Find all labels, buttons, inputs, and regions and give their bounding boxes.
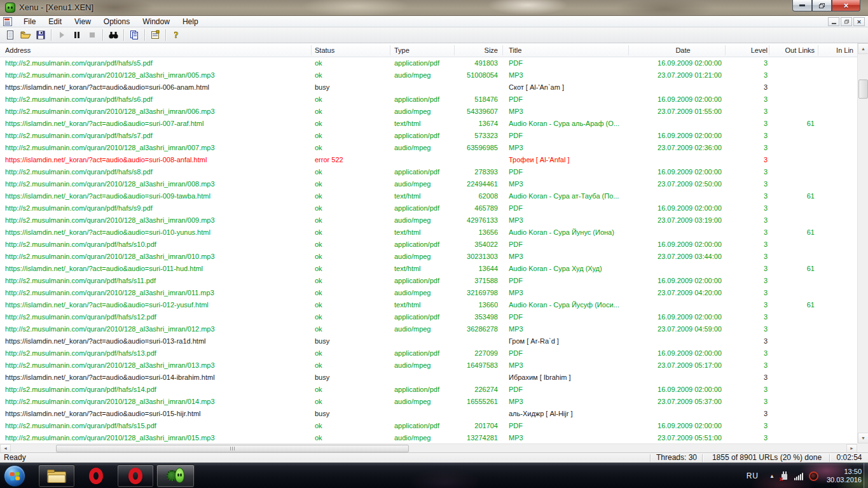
scroll-up-button[interactable]: ▲ bbox=[858, 43, 868, 54]
table-row[interactable]: http://s2.musulmanin.com/quran/2010/128_… bbox=[0, 396, 857, 408]
minimize-icon bbox=[799, 4, 805, 6]
table-row[interactable]: http://s2.musulmanin.com/quran/2010/128_… bbox=[0, 142, 857, 154]
network-disconnected-icon[interactable]: × bbox=[780, 471, 789, 481]
language-indicator[interactable]: RU bbox=[747, 471, 764, 480]
menu-item-edit[interactable]: Edit bbox=[42, 16, 68, 27]
properties-button[interactable] bbox=[148, 28, 163, 42]
minimize-button[interactable] bbox=[792, 0, 812, 11]
table-row[interactable]: http://s2.musulmanin.com/quran/2010/128_… bbox=[0, 323, 857, 335]
cell-size: 22494461 bbox=[444, 178, 498, 190]
table-row[interactable]: http://s2.musulmanin.com/quran/2010/128_… bbox=[0, 287, 857, 299]
taskbar-opera-button[interactable] bbox=[78, 464, 114, 487]
cell-type: application/pdf bbox=[394, 202, 446, 214]
column-header-out-links[interactable]: Out Links bbox=[771, 43, 815, 57]
restore-button[interactable] bbox=[812, 0, 832, 11]
start-button[interactable] bbox=[4, 465, 25, 487]
table-row[interactable]: https://islamdin.net/_koran/?act=audio&a… bbox=[0, 299, 857, 311]
column-divider[interactable] bbox=[311, 45, 312, 55]
table-row[interactable]: http://s2.musulmanin.com/quran/pdf/hafs/… bbox=[0, 239, 857, 251]
table-row[interactable]: http://s2.musulmanin.com/quran/2010/128_… bbox=[0, 69, 857, 81]
table-row[interactable]: https://islamdin.net/_koran/?act=audio&a… bbox=[0, 335, 857, 347]
column-header-type[interactable]: Type bbox=[394, 43, 448, 57]
table-row[interactable]: http://s2.musulmanin.com/quran/pdf/hafs/… bbox=[0, 275, 857, 287]
column-divider[interactable] bbox=[769, 45, 769, 55]
scroll-left-button[interactable]: ◄ bbox=[0, 444, 11, 453]
menu-item-file[interactable]: File bbox=[17, 16, 42, 27]
scroll-down-button[interactable]: ▼ bbox=[858, 433, 868, 443]
column-header-status[interactable]: Status bbox=[315, 43, 385, 57]
table-row[interactable]: http://s2.musulmanin.com/quran/pdf/hafs/… bbox=[0, 166, 857, 178]
table-row[interactable]: https://islamdin.net/_koran/?act=audio&a… bbox=[0, 227, 857, 239]
menu-item-help[interactable]: Help bbox=[176, 16, 205, 27]
cell-level: 3 bbox=[728, 130, 768, 142]
copy-button[interactable] bbox=[127, 28, 142, 42]
column-header-address[interactable]: Address bbox=[5, 43, 304, 57]
stop-button[interactable] bbox=[85, 28, 100, 42]
signal-bars-icon[interactable] bbox=[794, 472, 803, 480]
volume-icon[interactable] bbox=[809, 471, 818, 481]
vertical-scroll-thumb[interactable] bbox=[858, 80, 868, 99]
table-row[interactable]: https://islamdin.net/_koran/?act=audio&a… bbox=[0, 81, 857, 94]
cell-in bbox=[819, 251, 853, 263]
table-row[interactable]: http://s2.musulmanin.com/quran/2010/128_… bbox=[0, 359, 857, 372]
table-row[interactable]: http://s2.musulmanin.com/quran/pdf/hafs/… bbox=[0, 130, 857, 142]
table-row[interactable]: http://s2.musulmanin.com/quran/pdf/hafs/… bbox=[0, 202, 857, 214]
column-divider[interactable] bbox=[628, 45, 629, 55]
taskbar-opera-button-2[interactable] bbox=[117, 464, 154, 487]
table-row[interactable]: http://s2.musulmanin.com/quran/2010/128_… bbox=[0, 178, 857, 190]
menu-item-view[interactable]: View bbox=[68, 16, 97, 27]
column-divider[interactable] bbox=[454, 45, 455, 55]
taskbar: RU ▲ × 13:50 30.03.2016 bbox=[0, 463, 868, 488]
show-desktop-button[interactable] bbox=[864, 463, 868, 488]
clock[interactable]: 13:50 30.03.2016 bbox=[824, 468, 862, 484]
document-icon[interactable] bbox=[3, 17, 12, 26]
table-row[interactable]: http://s2.musulmanin.com/quran/pdf/hafs/… bbox=[0, 384, 857, 396]
scroll-right-button[interactable]: ► bbox=[846, 444, 857, 453]
column-header-size[interactable]: Size bbox=[444, 43, 498, 57]
column-divider[interactable] bbox=[502, 45, 503, 55]
column-divider[interactable] bbox=[390, 45, 390, 55]
table-row[interactable]: https://islamdin.net/_koran/?act=audio&a… bbox=[0, 263, 857, 275]
hidden-icons-caret[interactable]: ▲ bbox=[769, 473, 775, 479]
help-button[interactable]: ? bbox=[169, 28, 184, 42]
close-button[interactable]: × bbox=[832, 0, 860, 11]
table-row[interactable]: https://islamdin.net/_koran/?act=audio&a… bbox=[0, 190, 857, 202]
mdi-close-button[interactable]: × bbox=[853, 17, 865, 26]
open-file-button[interactable] bbox=[18, 28, 33, 42]
cell-title: PDF bbox=[509, 347, 658, 359]
column-divider[interactable] bbox=[725, 45, 726, 55]
menu-item-options[interactable]: Options bbox=[97, 16, 136, 27]
table-row[interactable]: https://islamdin.net/_koran/?act=audio&a… bbox=[0, 372, 857, 384]
column-header-title[interactable]: Title bbox=[509, 43, 636, 57]
new-file-button[interactable] bbox=[3, 28, 18, 42]
menu-item-window[interactable]: Window bbox=[136, 16, 176, 27]
pause-button[interactable] bbox=[69, 28, 85, 42]
column-header-date[interactable]: Date bbox=[644, 43, 722, 57]
table-row[interactable]: http://s2.musulmanin.com/quran/pdf/hafs/… bbox=[0, 347, 857, 359]
table-row[interactable]: https://islamdin.net/_koran/?act=audio&a… bbox=[0, 118, 857, 130]
column-divider[interactable] bbox=[818, 45, 818, 55]
table-row[interactable]: http://s2.musulmanin.com/quran/pdf/hafs/… bbox=[0, 420, 857, 432]
mdi-restore-button[interactable] bbox=[841, 17, 852, 26]
table-row[interactable]: http://s2.musulmanin.com/quran/pdf/hafs/… bbox=[0, 311, 857, 323]
vertical-scrollbar[interactable]: ▲ ▼ bbox=[857, 43, 868, 443]
play-button[interactable] bbox=[54, 28, 69, 42]
table-row[interactable]: https://islamdin.net/_koran/?act=audio&a… bbox=[0, 408, 857, 420]
column-header-level[interactable]: Level bbox=[728, 43, 768, 57]
find-button[interactable] bbox=[106, 28, 121, 42]
table-row[interactable]: http://s2.musulmanin.com/quran/pdf/hafs/… bbox=[0, 57, 857, 69]
taskbar-explorer-button[interactable] bbox=[38, 464, 75, 487]
table-row[interactable]: https://islamdin.net/_koran/?act=audio&a… bbox=[0, 154, 857, 166]
horizontal-scrollbar[interactable]: ◄ ► bbox=[0, 443, 857, 452]
taskbar-xenu-button[interactable] bbox=[156, 464, 195, 487]
table-row[interactable]: http://s2.musulmanin.com/quran/2010/128_… bbox=[0, 432, 857, 443]
mdi-minimize-button[interactable] bbox=[828, 17, 839, 26]
table-row[interactable]: http://s2.musulmanin.com/quran/2010/128_… bbox=[0, 106, 857, 118]
table-row[interactable]: http://s2.musulmanin.com/quran/2010/128_… bbox=[0, 251, 857, 263]
table-row[interactable]: http://s2.musulmanin.com/quran/2010/128_… bbox=[0, 214, 857, 227]
mdi-window-buttons: × bbox=[828, 17, 865, 26]
save-button[interactable] bbox=[33, 28, 48, 42]
column-header-in-links[interactable]: In Lin bbox=[819, 43, 853, 57]
horizontal-scroll-thumb[interactable] bbox=[56, 445, 409, 452]
table-row[interactable]: http://s2.musulmanin.com/quran/pdf/hafs/… bbox=[0, 94, 857, 106]
